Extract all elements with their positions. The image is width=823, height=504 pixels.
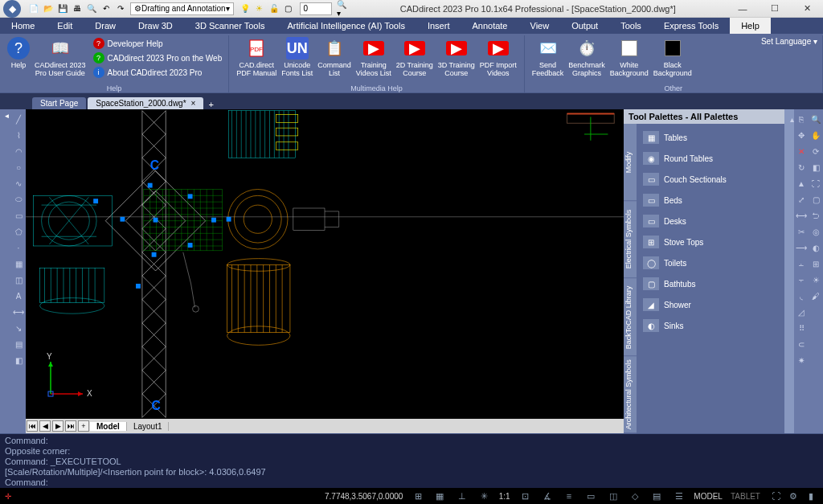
offset-icon[interactable]: ⊂	[795, 338, 808, 350]
set-language-button[interactable]: Set Language ▾	[761, 37, 817, 46]
osnap-icon[interactable]: ⊡	[518, 490, 532, 502]
open-icon[interactable]: 📂	[42, 2, 55, 15]
redo-icon[interactable]: ↷	[114, 2, 127, 15]
save-icon[interactable]: 💾	[56, 2, 69, 15]
circle-tool-icon[interactable]: ○	[12, 161, 25, 174]
window-icon[interactable]: ▢	[809, 193, 822, 206]
pal-item-shower[interactable]: ◢Shower	[640, 294, 781, 315]
layer-dropdown[interactable]: 0	[300, 2, 332, 15]
menu-help[interactable]: Help	[730, 18, 771, 34]
pal-tab-electrical[interactable]: Electrical Symbols	[624, 201, 637, 278]
rectangle-tool-icon[interactable]: ▭	[12, 209, 25, 222]
print-layer-icon[interactable]: ▢	[282, 2, 295, 15]
model-toggle[interactable]: MODEL	[694, 492, 723, 501]
vp-icon[interactable]: ◫	[606, 490, 620, 502]
app-logo[interactable]: ◆	[3, 0, 21, 18]
brush-icon[interactable]: 🖌	[809, 289, 822, 302]
pdf-import-button[interactable]: ▶PDF Import Videos	[477, 37, 519, 77]
point-tool-icon[interactable]: ·	[12, 241, 25, 254]
pal-item-beds[interactable]: ▭Beds	[640, 190, 781, 211]
orbit-icon[interactable]: ⟳	[809, 145, 822, 158]
sun-icon[interactable]: ☀	[253, 2, 266, 15]
polyline-tool-icon[interactable]: ⌇	[12, 129, 25, 141]
layout-first-icon[interactable]: ⏮	[27, 420, 38, 432]
block-tool-icon[interactable]: ◧	[12, 354, 25, 367]
polygon-tool-icon[interactable]: ⬠	[12, 225, 25, 238]
pal-item-tables[interactable]: ▦Tables	[640, 127, 781, 148]
on-web-button[interactable]: ?CADdirect 2023 Pro on the Web	[92, 51, 224, 64]
black-bg-button[interactable]: Black Background	[651, 37, 694, 77]
menu-ai[interactable]: Artificial Intelligence (AI) Tools	[276, 18, 416, 34]
break-icon[interactable]: ⫠	[795, 257, 808, 270]
minimize-button[interactable]: —	[727, 0, 759, 18]
snap-icon[interactable]: ⊞	[411, 490, 424, 502]
scale-icon[interactable]: ⤢	[795, 193, 808, 206]
menu-3dscanner[interactable]: 3D Scanner Tools	[184, 18, 276, 34]
menu-output[interactable]: Output	[560, 18, 609, 34]
pal-tab-arch[interactable]: Architectural Symbols	[624, 356, 637, 433]
tab-file[interactable]: SpaceStation_2000.dwg*×	[88, 97, 203, 109]
menu-annotate[interactable]: Annotate	[461, 18, 518, 34]
region-tool-icon[interactable]: ◫	[12, 273, 25, 286]
lwt-icon[interactable]: ≡	[562, 490, 575, 502]
plot-icon[interactable]: 🖶	[71, 2, 84, 15]
palette-scrollbar[interactable]: ▴	[784, 109, 794, 433]
table-tool-icon[interactable]: ▤	[12, 338, 25, 350]
mirror-icon[interactable]: ▲	[795, 177, 808, 190]
render-icon[interactable]: ◎	[809, 225, 822, 238]
hatch-status-icon[interactable]: ▤	[650, 490, 664, 502]
videos-list-button[interactable]: ▶Training Videos List	[354, 37, 394, 77]
menu-edit[interactable]: Edit	[46, 18, 84, 34]
send-feedback-button[interactable]: ✉️Send Feedback	[530, 37, 567, 77]
pal-item-sinks[interactable]: ◐Sinks	[640, 315, 781, 336]
array-icon[interactable]: ⠿	[795, 322, 808, 334]
rotate-icon[interactable]: ↻	[795, 161, 808, 174]
tab-start-page[interactable]: Start Page	[32, 97, 86, 109]
pal-item-toilets[interactable]: ◯Toilets	[640, 252, 781, 273]
preview-icon[interactable]: 🔍	[85, 2, 98, 15]
layout-prev-icon[interactable]: ◀	[39, 420, 51, 432]
spline-tool-icon[interactable]: ∿	[12, 177, 25, 190]
layout-next-icon[interactable]: ▶	[52, 420, 63, 432]
chamfer-icon[interactable]: ◿	[795, 305, 808, 318]
arc-tool-icon[interactable]: ◠	[12, 145, 25, 158]
text-tool-icon[interactable]: A	[12, 289, 25, 302]
lock-icon[interactable]: 🔓	[268, 2, 280, 15]
line-tool-icon[interactable]: ╱	[12, 113, 25, 125]
fonts-list-button[interactable]: UNUnicode Fonts List	[279, 37, 315, 77]
move-icon[interactable]: ✥	[795, 129, 808, 141]
layout-tab-model[interactable]: Model	[90, 422, 127, 431]
3d-course-button[interactable]: ▶3D Training Course	[436, 37, 477, 77]
undo-icon[interactable]: ↶	[100, 2, 113, 15]
close-button[interactable]: ✕	[791, 0, 823, 18]
scale-display[interactable]: 1:1	[499, 492, 510, 501]
bulb-icon[interactable]: 💡	[239, 2, 252, 15]
ellipse-tool-icon[interactable]: ⬭	[12, 193, 25, 206]
menu-express[interactable]: Express Tools	[653, 18, 730, 34]
menu-tools[interactable]: Tools	[609, 18, 653, 34]
drawing-canvas[interactable]: C C X Y	[26, 109, 624, 419]
pal-item-couch[interactable]: ▭Couch Sectionals	[640, 169, 781, 190]
trim-icon[interactable]: ✂	[795, 225, 808, 238]
search-icon[interactable]: 🔍▾	[337, 2, 350, 15]
help-button[interactable]: ?Help	[5, 37, 32, 79]
3dview-icon[interactable]: ◧	[809, 161, 822, 174]
benchmark-button[interactable]: ⏱️Benchmark Graphics	[566, 37, 608, 77]
pal-item-bathtubs[interactable]: ▢Bathtubs	[640, 273, 781, 294]
add-tab-button[interactable]: +	[208, 100, 213, 109]
dyn-icon[interactable]: ▭	[584, 490, 598, 502]
white-bg-button[interactable]: White Background	[608, 37, 651, 77]
hatch-tool-icon[interactable]: ▦	[12, 257, 25, 270]
pal-item-stove[interactable]: ⊞Stove Tops	[640, 232, 781, 252]
2d-course-button[interactable]: ▶2D Training Course	[394, 37, 436, 77]
workspace-dropdown[interactable]: ⚙ Drafting and Annotation ▾	[130, 2, 234, 15]
menu-draw3d[interactable]: Draw 3D	[127, 18, 184, 34]
wire-icon[interactable]: ⊞	[809, 257, 822, 270]
tab-close-icon[interactable]: ×	[191, 99, 196, 108]
about-button[interactable]: iAbout CADdirect 2023 Pro	[92, 66, 224, 79]
dim-tool-icon[interactable]: ⟷	[12, 305, 25, 318]
light-icon[interactable]: ☀	[809, 273, 822, 286]
user-guide-button[interactable]: 📖CADdirect 2023 Pro User Guide	[32, 37, 88, 79]
pal-tab-backtocad[interactable]: BackToCAD Library	[624, 279, 637, 356]
layout-tab-layout1[interactable]: Layout1	[127, 422, 170, 431]
